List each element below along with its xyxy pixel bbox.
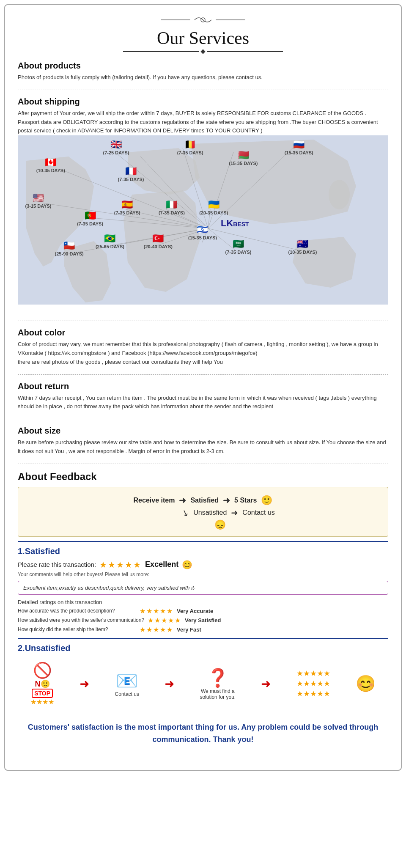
detail-label-2: How satisfied were you with the seller's… — [18, 617, 144, 623]
flag-chile: 🇨🇱 (25-90 DAYS) — [55, 240, 84, 256]
title-underline — [18, 50, 388, 53]
divider-5 — [18, 464, 388, 464]
divider-3 — [18, 374, 388, 375]
flow-good-result: ★★★★★ ★★★★★ ★★★★★ — [296, 669, 330, 698]
arrow-1: ➜ — [179, 495, 186, 505]
happy-emoji: 🙂 — [261, 495, 272, 506]
world-map-svg: LKBEST — [18, 135, 388, 305]
about-products-title: About products — [18, 61, 388, 71]
flag-belarus: 🇧🇾 (15-35 DAYS) — [229, 150, 258, 166]
feedback-flow: Receive item ➜ Satisfied ➜ 5 Stars 🙂 ↘ U… — [31, 495, 375, 530]
feedback-unsatisfied-row: ↘ Unsatisfied ➜ Contact us — [182, 508, 275, 518]
feedback-sample-text[interactable]: Excellent item,exactly as described,quic… — [18, 581, 388, 595]
detail-stars-3: ★★★★★ — [140, 626, 173, 634]
detail-label-1: How accurate was the product description… — [18, 608, 136, 614]
detail-result-2: Very Satisfied — [185, 617, 221, 624]
main-title: Our Services — [18, 28, 388, 48]
flag-russia: 🇷🇺 (15-35 DAYS) — [285, 139, 313, 155]
flag-portugal: 🇵🇹 (7-35 DAYS) — [77, 210, 103, 226]
svg-point-4 — [329, 180, 350, 209]
about-color-text: Color of product may vary, we must remem… — [18, 340, 388, 366]
about-return-title: About return — [18, 382, 388, 391]
satisfied-title: 1.Satisfied — [18, 547, 388, 556]
good-stars-row-2: ★★★★★ — [296, 679, 330, 688]
detailed-title: Detailed ratings on this transaction — [18, 599, 388, 605]
about-products-section: About products Photos of products is ful… — [18, 61, 388, 82]
feedback-flow-box: Receive item ➜ Satisfied ➜ 5 Stars 🙂 ↘ U… — [18, 487, 388, 537]
divider-2 — [18, 321, 388, 321]
satisfied-section: 1.Satisfied Please rate this transaction… — [18, 541, 388, 634]
about-size-text: Be sure before purchasing please review … — [18, 438, 388, 456]
no-text: N🙁 — [30, 679, 54, 689]
bad-stars: ★★★★ — [30, 698, 54, 706]
flag-israel: 🇮🇱 (15-35 DAYS) — [188, 224, 217, 240]
header-ornament — [161, 14, 245, 26]
unsatisfied-title: 2.Unsatisfied — [18, 643, 388, 653]
excellent-text: Excellent — [145, 560, 178, 569]
contact-us-flow-label: Contact us — [115, 691, 139, 697]
flow-arrow-2: ➜ — [165, 677, 174, 691]
flow-arrow-1: ➜ — [80, 677, 89, 691]
unsatisfied-flow: 🚫 N🙁 STOP ★★★★ ➜ 📧 Contact us ➜ ❓ We — [18, 657, 388, 710]
flow-arrow-3: ➜ — [261, 677, 271, 691]
about-color-title: About color — [18, 328, 388, 338]
good-stars-row-1: ★★★★★ — [296, 669, 330, 678]
about-shipping-title: About shipping — [18, 97, 388, 107]
detail-result-1: Very Accurate — [177, 608, 213, 614]
good-stars-block: ★★★★★ ★★★★★ ★★★★★ — [296, 669, 330, 698]
flag-uk: 🇬🇧 (7-25 DAYS) — [103, 139, 129, 155]
flag-ukraine: 🇺🇦 (20-35 DAYS) — [199, 199, 228, 215]
no-sign-emoji: 🚫 — [30, 662, 54, 679]
flag-canada: 🇨🇦 (10-35 DAYS) — [36, 157, 65, 173]
detail-stars-1: ★★★★★ — [140, 607, 173, 615]
divider-4 — [18, 419, 388, 419]
arrow-2: ➜ — [223, 495, 230, 505]
about-products-text: Photos of products is fully comply with … — [18, 73, 388, 82]
arrow-4: ➜ — [231, 508, 238, 518]
about-feedback-section: About Feedback Receive item ➜ Satisfied … — [18, 471, 388, 750]
flag-australia: 🇦🇺 (10-35 DAYS) — [288, 239, 317, 255]
about-size-section: About size Be sure before purchasing ple… — [18, 426, 388, 456]
satisfied-label: Satisfied — [190, 497, 219, 504]
good-stars-row-3: ★★★★★ — [296, 689, 330, 698]
flow-solution: ❓ We must find asolution for you. — [200, 667, 236, 700]
rating-stars: ★★★★★ — [99, 560, 142, 570]
stars-label: 5 Stars — [234, 497, 257, 504]
email-icon: 📧 — [115, 670, 139, 691]
contact-us-label: Contact us — [242, 509, 274, 516]
bad-rating-icons: 🚫 N🙁 STOP ★★★★ — [30, 662, 54, 706]
about-shipping-section: About shipping After payment of Your ord… — [18, 97, 388, 313]
detail-label-3: How quickly did the seller ship the item… — [18, 626, 136, 632]
sad-emoji: 😞 — [214, 519, 226, 530]
about-feedback-title: About Feedback — [18, 471, 388, 483]
smiley-emoji: 😊 — [182, 560, 192, 570]
flag-france: 🇫🇷 (7-35 DAYS) — [118, 166, 144, 182]
about-return-section: About return Within 7 days after receipt… — [18, 382, 388, 412]
about-return-text: Within 7 days after receipt , You can re… — [18, 394, 388, 412]
rating-row: Please rate this transaction: ★★★★★ Exce… — [18, 560, 388, 570]
detail-stars-2: ★★★★★ — [148, 616, 181, 624]
flag-brazil: 🇧🇷 (25-65 DAYS) — [96, 233, 124, 249]
world-map: LKBEST 🇬🇧 (7-25 DAYS) 🇨🇦 (10-35 DAYS) 🇫🇷… — [18, 135, 388, 313]
receive-item-label: Receive item — [134, 497, 175, 504]
rate-label: Please rate this transaction: — [18, 561, 96, 568]
unsatisfied-section: 2.Unsatisfied 🚫 N🙁 STOP ★★★★ ➜ 📧 Contact… — [18, 638, 388, 710]
flag-turkey: 🇹🇷 (20-40 DAYS) — [144, 233, 173, 249]
about-size-title: About size — [18, 426, 388, 436]
question-icon: ❓ — [200, 667, 236, 688]
stop-text: STOP — [32, 689, 53, 698]
unsatisfied-label: Unsatisfied — [193, 509, 227, 516]
detail-row-3: How quickly did the seller ship the item… — [18, 626, 388, 634]
detail-row-2: How satisfied were you with the seller's… — [18, 616, 388, 624]
solution-label: We must find asolution for you. — [200, 688, 236, 700]
flag-spain: 🇪🇸 (7-35 DAYS) — [114, 199, 140, 215]
arrow-3: ↘ — [181, 507, 191, 519]
page-wrapper: Our Services About products Photos of pr… — [4, 4, 402, 771]
header: Our Services — [18, 14, 388, 53]
divider-1 — [18, 90, 388, 90]
flag-italy: 🇮🇹 (7-35 DAYS) — [159, 199, 185, 215]
detail-row-1: How accurate was the product description… — [18, 607, 388, 615]
about-color-section: About color Color of product may vary, w… — [18, 328, 388, 366]
about-shipping-text: After payment of Your order, we will shi… — [18, 109, 388, 135]
detail-result-3: Very Fast — [177, 626, 201, 633]
